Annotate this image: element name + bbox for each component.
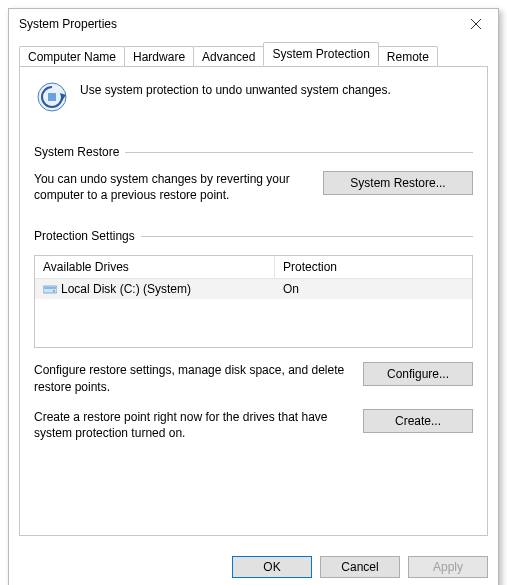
svg-rect-6 [44, 287, 56, 289]
cancel-button[interactable]: Cancel [320, 556, 400, 578]
table-row[interactable]: Local Disk (C:) (System) On [35, 279, 472, 299]
tab-computer-name[interactable]: Computer Name [19, 46, 125, 67]
protection-settings-heading: Protection Settings [34, 229, 135, 243]
divider [141, 236, 473, 237]
col-available-drives[interactable]: Available Drives [35, 256, 275, 279]
system-restore-button[interactable]: System Restore... [323, 171, 473, 195]
close-button[interactable] [453, 9, 498, 39]
close-icon [471, 19, 481, 29]
svg-point-7 [53, 291, 55, 293]
col-protection[interactable]: Protection [275, 256, 472, 279]
drives-table: Available Drives Protection Loc [34, 255, 473, 348]
create-button[interactable]: Create... [363, 409, 473, 433]
tab-advanced[interactable]: Advanced [193, 46, 264, 67]
tab-hardware[interactable]: Hardware [124, 46, 194, 67]
tab-system-protection[interactable]: System Protection [263, 42, 378, 66]
group-protection-settings: Protection Settings Available Drives Pro… [34, 229, 473, 441]
tabstrip: Computer Name Hardware Advanced System P… [19, 43, 488, 66]
titlebar: System Properties [9, 9, 498, 39]
tab-panel-system-protection: Use system protection to undo unwanted s… [19, 66, 488, 536]
configure-desc: Configure restore settings, manage disk … [34, 362, 349, 394]
system-properties-window: System Properties Computer Name Hardware… [8, 8, 499, 585]
ok-button[interactable]: OK [232, 556, 312, 578]
apply-button[interactable]: Apply [408, 556, 488, 578]
tab-remote[interactable]: Remote [378, 46, 438, 67]
window-title: System Properties [19, 17, 117, 31]
system-protection-icon [34, 79, 70, 115]
drives-table-header: Available Drives Protection [35, 256, 472, 279]
drive-icon [43, 283, 57, 295]
create-desc: Create a restore point right now for the… [34, 409, 349, 441]
intro-row: Use system protection to undo unwanted s… [34, 79, 473, 115]
configure-button[interactable]: Configure... [363, 362, 473, 386]
drive-name: Local Disk (C:) (System) [61, 282, 191, 296]
system-restore-heading: System Restore [34, 145, 119, 159]
content: Computer Name Hardware Advanced System P… [9, 39, 498, 546]
system-restore-desc: You can undo system changes by reverting… [34, 171, 309, 203]
intro-text: Use system protection to undo unwanted s… [80, 79, 391, 97]
group-system-restore: System Restore You can undo system chang… [34, 145, 473, 203]
svg-rect-4 [48, 93, 56, 101]
divider [125, 152, 473, 153]
drives-table-body: Local Disk (C:) (System) On [35, 279, 472, 347]
drive-status: On [283, 282, 299, 296]
dialog-footer: OK Cancel Apply [9, 546, 498, 585]
